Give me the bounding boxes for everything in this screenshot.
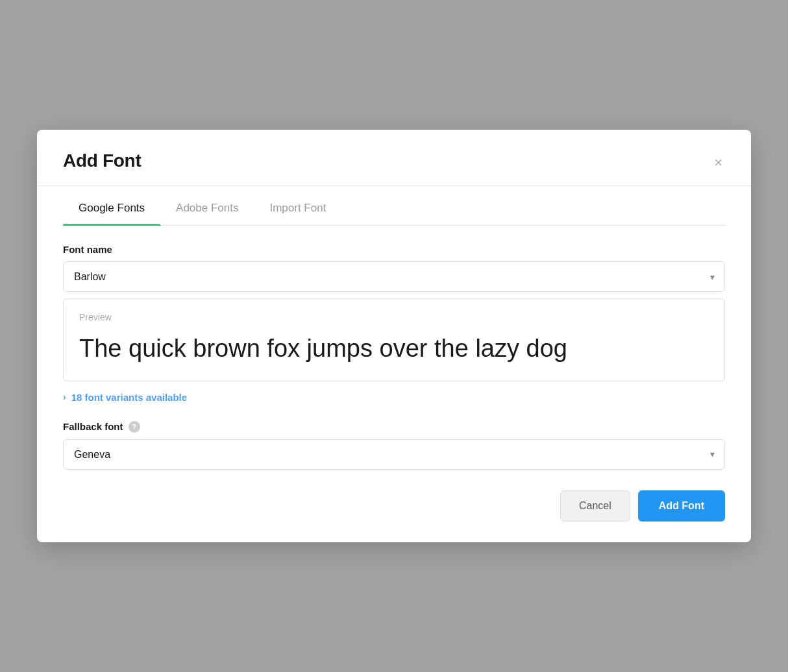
add-font-button[interactable]: Add Font <box>638 490 725 522</box>
tabs-container: Google Fonts Adobe Fonts Import Font <box>63 189 725 226</box>
dialog-footer: Cancel Add Font <box>63 490 725 522</box>
fallback-font-label: Fallback font <box>63 421 123 432</box>
font-name-label: Font name <box>63 244 725 255</box>
dialog-header: Add Font × <box>37 130 751 173</box>
fallback-font-section: Fallback font ? Geneva Arial Helvetica G… <box>63 421 725 470</box>
cancel-button[interactable]: Cancel <box>560 490 630 522</box>
chevron-right-icon: › <box>63 392 66 402</box>
fallback-font-select-wrapper: Geneva Arial Helvetica Georgia Times New… <box>63 439 725 470</box>
variants-row[interactable]: › 18 font variants available <box>63 392 725 403</box>
tab-adobe-fonts[interactable]: Adobe Fonts <box>160 189 254 225</box>
fallback-label-row: Fallback font ? <box>63 421 725 433</box>
dialog-title: Add Font <box>63 150 141 171</box>
fallback-font-select[interactable]: Geneva Arial Helvetica Georgia Times New… <box>63 439 725 470</box>
close-button[interactable]: × <box>711 153 725 173</box>
variants-text: 18 font variants available <box>71 392 187 403</box>
preview-text: The quick brown fox jumps over the lazy … <box>79 333 709 365</box>
tab-import-font[interactable]: Import Font <box>254 189 341 225</box>
preview-label: Preview <box>79 312 709 322</box>
tab-google-fonts[interactable]: Google Fonts <box>63 189 160 225</box>
dialog-body: Google Fonts Adobe Fonts Import Font Fon… <box>37 189 751 542</box>
font-name-select-wrapper: Barlow Roboto Open Sans Lato Montserrat … <box>63 261 725 292</box>
font-name-select[interactable]: Barlow Roboto Open Sans Lato Montserrat … <box>63 261 725 292</box>
dialog-overlay: Add Font × Google Fonts Adobe Fonts Impo… <box>0 0 788 672</box>
preview-box: Preview The quick brown fox jumps over t… <box>63 298 725 381</box>
header-divider <box>37 186 751 186</box>
help-icon: ? <box>129 421 140 433</box>
add-font-dialog: Add Font × Google Fonts Adobe Fonts Impo… <box>37 130 751 542</box>
font-name-section: Font name Barlow Roboto Open Sans Lato M… <box>63 244 725 292</box>
